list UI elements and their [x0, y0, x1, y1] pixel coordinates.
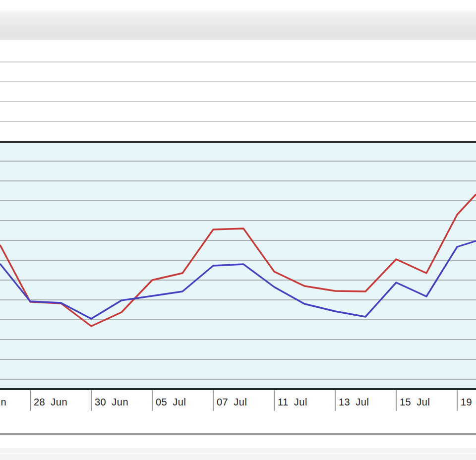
- x-axis-tick: [396, 390, 397, 411]
- x-axis-line: [0, 388, 476, 390]
- page: 26 Jun28 Jun30 Jun05 Jul07 Jul11 Jul13 J…: [0, 0, 476, 460]
- bottom-bar: [0, 448, 476, 460]
- gridline: [0, 299, 476, 300]
- gridline: [0, 180, 476, 181]
- bottom-bar-highlight: [0, 453, 476, 454]
- x-axis-tick-label: 15 Jul: [400, 396, 430, 408]
- gridline: [0, 319, 476, 320]
- chart-upper-margin: [0, 40, 476, 141]
- x-axis-tick: [152, 390, 153, 411]
- x-axis-tick-label: 30 Jun: [95, 396, 128, 408]
- gridline: [0, 280, 476, 281]
- gridline: [0, 161, 476, 162]
- x-axis-tick-label: 07 Jul: [217, 396, 247, 408]
- gridline: [0, 61, 476, 62]
- x-axis-tick-label: 19 Jul: [461, 396, 476, 408]
- x-axis-tick: [457, 390, 458, 411]
- gridline: [0, 81, 476, 82]
- gridline: [0, 339, 476, 340]
- gridline: [0, 240, 476, 241]
- chart-top-border: [0, 141, 476, 143]
- x-axis-tick-label: 28 Jun: [34, 396, 67, 408]
- x-axis-tick: [274, 390, 275, 411]
- x-axis-labels-area: 26 Jun28 Jun30 Jun05 Jul07 Jul11 Jul13 J…: [0, 390, 476, 416]
- x-axis-tick: [335, 390, 336, 411]
- x-axis-tick: [213, 390, 214, 411]
- x-axis-tick: [30, 390, 31, 411]
- gridline: [0, 220, 476, 221]
- x-axis-tick: [91, 390, 92, 411]
- gridline: [0, 359, 476, 360]
- gridline: [0, 379, 476, 380]
- toolbar-bar: [0, 10, 476, 41]
- x-axis-tick-label: 13 Jul: [339, 396, 369, 408]
- gridline: [0, 101, 476, 102]
- x-axis-tick-label: 11 Jul: [278, 396, 307, 408]
- gridline: [0, 200, 476, 201]
- gridline: [0, 260, 476, 261]
- horizontal-divider: [0, 433, 476, 435]
- x-axis-tick-label: 26 Jun: [0, 396, 6, 408]
- x-axis-tick-label: 05 Jul: [156, 396, 186, 408]
- gridline: [0, 121, 476, 122]
- chart-plot-area: [0, 143, 476, 388]
